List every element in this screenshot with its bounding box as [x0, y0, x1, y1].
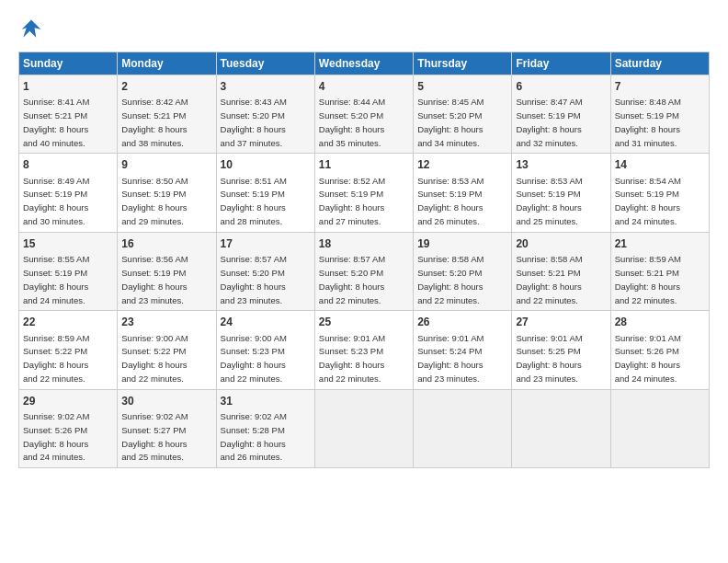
day-number: 16 [121, 236, 211, 251]
day-number: 11 [319, 157, 409, 172]
cell-3-4: 18Sunrise: 8:57 AM Sunset: 5:20 PM Dayli… [314, 232, 413, 310]
cell-info: Sunrise: 8:43 AM Sunset: 5:20 PM Dayligh… [221, 97, 287, 147]
day-number: 25 [319, 315, 409, 329]
day-number: 20 [516, 236, 606, 251]
day-number: 12 [417, 157, 507, 172]
cell-1-6: 6Sunrise: 8:47 AM Sunset: 5:19 PM Daylig… [512, 75, 610, 154]
col-header-wednesday: Wednesday [314, 52, 413, 75]
day-number: 21 [615, 236, 705, 251]
cell-info: Sunrise: 9:01 AM Sunset: 5:26 PM Dayligh… [615, 333, 681, 384]
cell-info: Sunrise: 9:00 AM Sunset: 5:23 PM Dayligh… [221, 333, 287, 384]
day-number: 6 [516, 79, 606, 94]
day-number: 29 [23, 394, 113, 408]
cell-2-7: 14Sunrise: 8:54 AM Sunset: 5:19 PM Dayli… [610, 154, 709, 232]
cell-4-4: 25Sunrise: 9:01 AM Sunset: 5:23 PM Dayli… [314, 311, 413, 389]
cell-info: Sunrise: 9:02 AM Sunset: 5:26 PM Dayligh… [23, 411, 89, 462]
day-number: 30 [121, 394, 211, 408]
day-number: 3 [221, 79, 311, 94]
cell-info: Sunrise: 8:57 AM Sunset: 5:20 PM Dayligh… [221, 254, 287, 304]
col-header-monday: Monday [118, 52, 216, 75]
cell-5-4 [314, 389, 413, 467]
page: SundayMondayTuesdayWednesdayThursdayFrid… [0, 0, 728, 563]
col-header-thursday: Thursday [414, 52, 512, 75]
cell-5-6 [512, 389, 610, 467]
day-number: 19 [417, 236, 507, 251]
cell-2-1: 8Sunrise: 8:49 AM Sunset: 5:19 PM Daylig… [19, 154, 118, 232]
week-row-4: 22Sunrise: 8:59 AM Sunset: 5:22 PM Dayli… [19, 311, 710, 389]
day-number: 13 [516, 157, 606, 172]
day-number: 14 [615, 157, 705, 172]
cell-info: Sunrise: 8:52 AM Sunset: 5:19 PM Dayligh… [319, 176, 385, 226]
day-number: 10 [221, 157, 311, 172]
day-number: 18 [319, 236, 409, 251]
cell-info: Sunrise: 8:53 AM Sunset: 5:19 PM Dayligh… [516, 176, 582, 226]
cell-4-1: 22Sunrise: 8:59 AM Sunset: 5:22 PM Dayli… [19, 311, 118, 389]
cell-info: Sunrise: 8:47 AM Sunset: 5:19 PM Dayligh… [516, 97, 582, 147]
cell-info: Sunrise: 9:01 AM Sunset: 5:24 PM Dayligh… [417, 333, 483, 384]
cell-info: Sunrise: 8:59 AM Sunset: 5:22 PM Dayligh… [23, 333, 89, 384]
day-number: 28 [615, 315, 705, 329]
cell-info: Sunrise: 9:00 AM Sunset: 5:22 PM Dayligh… [121, 333, 188, 384]
header-row: SundayMondayTuesdayWednesdayThursdayFrid… [19, 52, 710, 75]
week-row-5: 29Sunrise: 9:02 AM Sunset: 5:26 PM Dayli… [19, 389, 710, 467]
cell-1-4: 4Sunrise: 8:44 AM Sunset: 5:20 PM Daylig… [314, 75, 413, 154]
cell-5-7 [610, 389, 709, 467]
cell-info: Sunrise: 8:42 AM Sunset: 5:21 PM Dayligh… [121, 97, 188, 147]
day-number: 27 [516, 315, 606, 329]
day-number: 5 [417, 79, 507, 94]
cell-info: Sunrise: 9:02 AM Sunset: 5:28 PM Dayligh… [221, 411, 287, 462]
cell-info: Sunrise: 8:51 AM Sunset: 5:19 PM Dayligh… [221, 176, 287, 226]
day-number: 24 [221, 315, 311, 329]
logo [18, 17, 48, 42]
cell-5-1: 29Sunrise: 9:02 AM Sunset: 5:26 PM Dayli… [19, 389, 118, 467]
day-number: 9 [121, 157, 211, 172]
cell-info: Sunrise: 8:44 AM Sunset: 5:20 PM Dayligh… [319, 97, 385, 147]
cell-5-2: 30Sunrise: 9:02 AM Sunset: 5:27 PM Dayli… [118, 389, 216, 467]
cell-2-3: 10Sunrise: 8:51 AM Sunset: 5:19 PM Dayli… [216, 154, 314, 232]
day-number: 2 [121, 79, 211, 94]
week-row-2: 8Sunrise: 8:49 AM Sunset: 5:19 PM Daylig… [19, 154, 710, 232]
cell-info: Sunrise: 8:50 AM Sunset: 5:19 PM Dayligh… [121, 176, 188, 226]
cell-1-2: 2Sunrise: 8:42 AM Sunset: 5:21 PM Daylig… [118, 75, 216, 154]
cell-2-6: 13Sunrise: 8:53 AM Sunset: 5:19 PM Dayli… [512, 154, 610, 232]
cell-3-5: 19Sunrise: 8:58 AM Sunset: 5:20 PM Dayli… [414, 232, 512, 310]
col-header-saturday: Saturday [610, 52, 709, 75]
cell-1-5: 5Sunrise: 8:45 AM Sunset: 5:20 PM Daylig… [414, 75, 512, 154]
col-header-tuesday: Tuesday [216, 52, 314, 75]
logo-bird-icon [18, 17, 44, 42]
cell-info: Sunrise: 8:45 AM Sunset: 5:20 PM Dayligh… [417, 97, 483, 147]
cell-info: Sunrise: 8:49 AM Sunset: 5:19 PM Dayligh… [23, 176, 89, 226]
cell-2-2: 9Sunrise: 8:50 AM Sunset: 5:19 PM Daylig… [118, 154, 216, 232]
cell-4-3: 24Sunrise: 9:00 AM Sunset: 5:23 PM Dayli… [216, 311, 314, 389]
cell-1-1: 1Sunrise: 8:41 AM Sunset: 5:21 PM Daylig… [19, 75, 118, 154]
cell-3-2: 16Sunrise: 8:56 AM Sunset: 5:19 PM Dayli… [118, 232, 216, 310]
cell-3-3: 17Sunrise: 8:57 AM Sunset: 5:20 PM Dayli… [216, 232, 314, 310]
day-number: 1 [23, 79, 113, 94]
calendar-table: SundayMondayTuesdayWednesdayThursdayFrid… [18, 52, 710, 468]
cell-3-7: 21Sunrise: 8:59 AM Sunset: 5:21 PM Dayli… [610, 232, 709, 310]
cell-3-1: 15Sunrise: 8:55 AM Sunset: 5:19 PM Dayli… [19, 232, 118, 310]
cell-4-5: 26Sunrise: 9:01 AM Sunset: 5:24 PM Dayli… [414, 311, 512, 389]
cell-info: Sunrise: 9:02 AM Sunset: 5:27 PM Dayligh… [121, 411, 188, 462]
week-row-3: 15Sunrise: 8:55 AM Sunset: 5:19 PM Dayli… [19, 232, 710, 310]
cell-5-5 [414, 389, 512, 467]
cell-info: Sunrise: 8:57 AM Sunset: 5:20 PM Dayligh… [319, 254, 385, 304]
day-number: 4 [319, 79, 409, 94]
cell-info: Sunrise: 8:41 AM Sunset: 5:21 PM Dayligh… [23, 97, 89, 147]
cell-info: Sunrise: 8:59 AM Sunset: 5:21 PM Dayligh… [615, 254, 681, 304]
cell-info: Sunrise: 8:48 AM Sunset: 5:19 PM Dayligh… [615, 97, 681, 147]
svg-marker-0 [22, 20, 41, 38]
cell-info: Sunrise: 9:01 AM Sunset: 5:23 PM Dayligh… [319, 333, 385, 384]
cell-4-7: 28Sunrise: 9:01 AM Sunset: 5:26 PM Dayli… [610, 311, 709, 389]
day-number: 26 [417, 315, 507, 329]
cell-info: Sunrise: 8:58 AM Sunset: 5:21 PM Dayligh… [516, 254, 582, 304]
day-number: 7 [615, 79, 705, 94]
cell-info: Sunrise: 8:55 AM Sunset: 5:19 PM Dayligh… [23, 254, 89, 304]
cell-2-4: 11Sunrise: 8:52 AM Sunset: 5:19 PM Dayli… [314, 154, 413, 232]
day-number: 31 [221, 394, 311, 408]
cell-2-5: 12Sunrise: 8:53 AM Sunset: 5:19 PM Dayli… [414, 154, 512, 232]
col-header-friday: Friday [512, 52, 610, 75]
cell-info: Sunrise: 8:54 AM Sunset: 5:19 PM Dayligh… [615, 176, 681, 226]
day-number: 8 [23, 157, 113, 172]
week-row-1: 1Sunrise: 8:41 AM Sunset: 5:21 PM Daylig… [19, 75, 710, 154]
